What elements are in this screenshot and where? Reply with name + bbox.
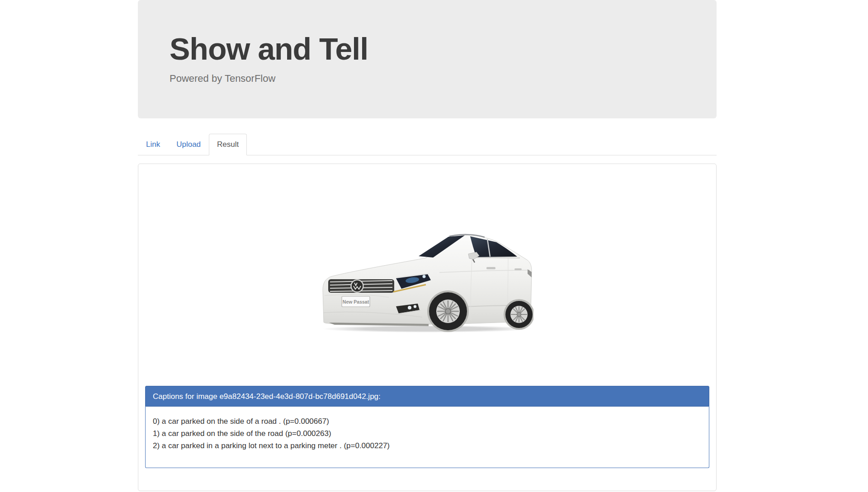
- rear-wheel: [504, 299, 533, 330]
- license-plate: New Passat: [342, 296, 370, 307]
- tab-result[interactable]: Result: [209, 134, 247, 155]
- front-wheel: [427, 291, 469, 332]
- tab-link-item: Link: [138, 134, 168, 155]
- tab-result-item: Result: [209, 134, 247, 155]
- car-shadow: [322, 325, 532, 333]
- result-pane: New Passat: [138, 164, 717, 491]
- captions-panel-body: 0) a car parked on the side of a road . …: [145, 407, 709, 468]
- captions-panel: Captions for image e9a82434-23ed-4e3d-80…: [145, 386, 709, 468]
- captions-panel-heading: Captions for image e9a82434-23ed-4e3d-80…: [145, 386, 709, 407]
- caption-line: 0) a car parked on the side of a road . …: [153, 415, 702, 427]
- page-title: Show and Tell: [170, 33, 685, 64]
- caption-line: 2) a car parked in a parking lot next to…: [153, 440, 702, 452]
- tab-upload-item: Upload: [168, 134, 209, 155]
- page: Show and Tell Powered by TensorFlow Link…: [0, 0, 868, 492]
- tab-upload[interactable]: Upload: [168, 134, 209, 155]
- caption-line: 1) a car parked on the side of the road …: [153, 427, 702, 440]
- tab-bar: Link Upload Result: [138, 134, 717, 155]
- svg-text:New Passat: New Passat: [343, 299, 369, 305]
- car-illustration: New Passat: [321, 229, 533, 333]
- hero-banner: Show and Tell Powered by TensorFlow: [138, 0, 717, 118]
- tab-link[interactable]: Link: [138, 134, 168, 155]
- result-image: New Passat: [321, 229, 533, 333]
- page-subtitle: Powered by TensorFlow: [170, 72, 685, 86]
